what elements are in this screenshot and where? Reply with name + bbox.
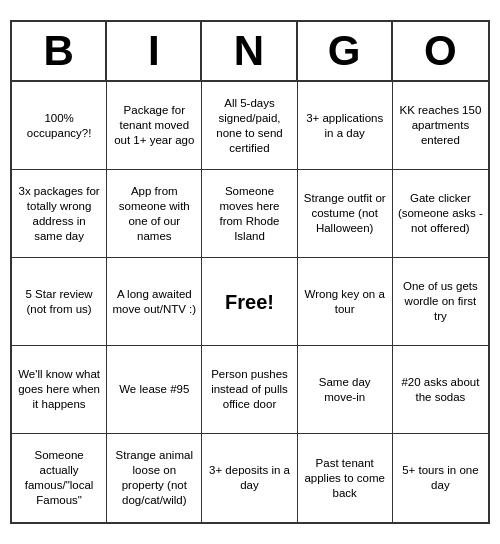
bingo-cell-0[interactable]: 100% occupancy?! — [12, 82, 107, 170]
bingo-cell-19[interactable]: #20 asks about the sodas — [393, 346, 488, 434]
bingo-cell-18[interactable]: Same day move-in — [298, 346, 393, 434]
bingo-cell-6[interactable]: App from someone with one of our names — [107, 170, 202, 258]
bingo-cell-5[interactable]: 3x packages for totally wrong address in… — [12, 170, 107, 258]
bingo-cell-14[interactable]: One of us gets wordle on first try — [393, 258, 488, 346]
bingo-cell-1[interactable]: Package for tenant moved out 1+ year ago — [107, 82, 202, 170]
bingo-cell-4[interactable]: KK reaches 150 apartments entered — [393, 82, 488, 170]
bingo-cell-9[interactable]: Gate clicker (someone asks - not offered… — [393, 170, 488, 258]
bingo-cell-24[interactable]: 5+ tours in one day — [393, 434, 488, 522]
bingo-cell-17[interactable]: Person pushes instead of pulls office do… — [202, 346, 297, 434]
bingo-cell-10[interactable]: 5 Star review (not from us) — [12, 258, 107, 346]
bingo-letter-n: N — [202, 22, 297, 80]
bingo-cell-22[interactable]: 3+ deposits in a day — [202, 434, 297, 522]
bingo-cell-23[interactable]: Past tenant applies to come back — [298, 434, 393, 522]
bingo-cell-2[interactable]: All 5-days signed/paid, none to send cer… — [202, 82, 297, 170]
bingo-cell-8[interactable]: Strange outfit or costume (not Halloween… — [298, 170, 393, 258]
bingo-letter-b: B — [12, 22, 107, 80]
bingo-cell-21[interactable]: Strange animal loose on property (not do… — [107, 434, 202, 522]
bingo-letter-g: G — [298, 22, 393, 80]
bingo-cell-15[interactable]: We'll know what goes here when it happen… — [12, 346, 107, 434]
bingo-cell-3[interactable]: 3+ applications in a day — [298, 82, 393, 170]
bingo-cell-20[interactable]: Someone actually famous/"local Famous" — [12, 434, 107, 522]
bingo-letter-o: O — [393, 22, 488, 80]
bingo-cell-7[interactable]: Someone moves here from Rhode Island — [202, 170, 297, 258]
bingo-cell-13[interactable]: Wrong key on a tour — [298, 258, 393, 346]
bingo-grid: 100% occupancy?!Package for tenant moved… — [12, 82, 488, 522]
bingo-card: BINGO 100% occupancy?!Package for tenant… — [10, 20, 490, 524]
bingo-letter-i: I — [107, 22, 202, 80]
free-space[interactable]: Free! — [202, 258, 297, 346]
bingo-cell-11[interactable]: A long awaited move out/NTV :) — [107, 258, 202, 346]
bingo-header: BINGO — [12, 22, 488, 82]
bingo-cell-16[interactable]: We lease #95 — [107, 346, 202, 434]
